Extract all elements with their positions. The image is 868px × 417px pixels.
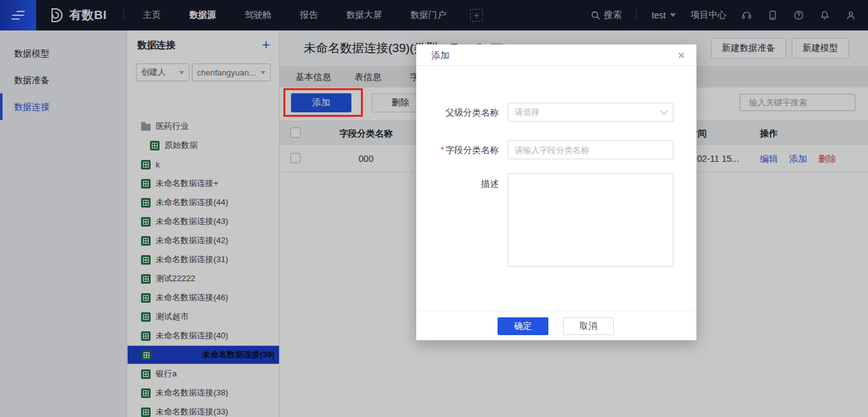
required-asterisk: *	[441, 145, 444, 155]
parent-category-placeholder: 请选择	[515, 107, 539, 118]
description-label: 描述	[416, 178, 499, 190]
category-name-label: *字段分类名称	[416, 145, 499, 156]
cancel-button[interactable]: 取消	[563, 317, 614, 335]
chevron-down-icon	[660, 107, 667, 114]
dialog-header: 添加 ×	[416, 44, 696, 66]
dialog-title: 添加	[431, 50, 449, 62]
dialog-footer: 确定 取消	[416, 310, 696, 340]
parent-category-label: 父级分类名称	[416, 107, 499, 119]
close-icon[interactable]: ×	[677, 48, 685, 63]
confirm-button[interactable]: 确定	[498, 317, 548, 335]
parent-category-select[interactable]: 请选择	[508, 103, 674, 122]
category-name-input[interactable]	[508, 140, 674, 159]
add-dialog: 添加 × 父级分类名称 请选择 *字段分类名称 描述 确定 取消	[416, 44, 696, 340]
description-textarea[interactable]	[508, 173, 674, 267]
